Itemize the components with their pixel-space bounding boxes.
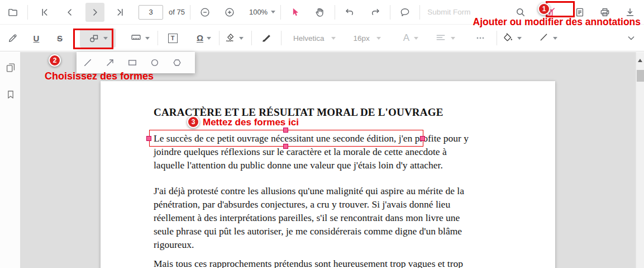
hand-icon (314, 7, 326, 18)
divider (335, 5, 335, 20)
divider (219, 31, 220, 45)
stroke-style-dropdown[interactable] (538, 32, 557, 44)
resize-handle-top[interactable] (283, 128, 288, 133)
ellipsis-icon (475, 32, 486, 44)
shape-ellipse-button[interactable] (144, 54, 166, 72)
signature-tool-button[interactable] (225, 32, 244, 45)
freetext-tool-button[interactable]: T (163, 29, 182, 48)
text-line: rigoureux. (154, 238, 511, 251)
step3-callout-label: Mettez des formes ici (203, 117, 299, 128)
measure-tool-button[interactable] (130, 31, 150, 45)
freehand-tool-button[interactable] (3, 29, 22, 48)
document-page[interactable]: CARACTÈRE ET LE RÉSULTAT MORAL DE L'OUVR… (101, 81, 555, 268)
more-options-button[interactable] (471, 29, 490, 48)
font-color-label: A (403, 32, 409, 44)
resize-handle-bottom[interactable] (283, 144, 288, 149)
divider (74, 31, 75, 45)
shape-polygon-button[interactable] (166, 54, 188, 72)
pencil-icon (7, 32, 18, 44)
page-number-input[interactable] (139, 5, 163, 20)
chevron-down-icon (145, 37, 150, 40)
previous-page-button[interactable] (60, 3, 79, 22)
font-family-dropdown[interactable]: Helvetica (293, 34, 336, 43)
step2-callout-label: Choisissez des formes (45, 70, 154, 82)
brush-icon (261, 32, 272, 44)
first-page-button[interactable] (35, 3, 54, 22)
chevron-down-icon (414, 37, 418, 40)
divider (251, 31, 252, 45)
undo-icon (344, 7, 355, 18)
last-page-icon (115, 7, 126, 18)
zoom-out-button[interactable] (195, 3, 214, 22)
next-page-button[interactable] (85, 3, 104, 22)
bookmarks-panel-button[interactable] (3, 88, 18, 102)
first-page-icon (39, 7, 50, 18)
font-color-dropdown[interactable]: A (403, 32, 418, 44)
resize-handle-left[interactable] (146, 136, 151, 141)
last-page-button[interactable] (111, 3, 130, 22)
chevron-down-icon (207, 37, 211, 40)
resize-handle-right[interactable] (420, 136, 425, 141)
divider (390, 5, 390, 20)
stamp-tool-button[interactable]: Ω (197, 34, 211, 43)
annotation-toolbar: U S T Ω (0, 25, 644, 51)
strikeout-label: S (57, 34, 63, 43)
pdf-viewer-app: of 75 100% (0, 0, 644, 268)
redo-button[interactable] (366, 3, 385, 22)
text-line: J'ai déjà protesté contre les allusions … (154, 184, 511, 198)
zoom-in-button[interactable] (220, 3, 239, 22)
strikeout-tool-button[interactable]: S (50, 29, 69, 48)
chevron-down-icon (626, 32, 637, 44)
text-align-dropdown[interactable] (435, 32, 455, 45)
scrollbar[interactable] (636, 52, 644, 268)
text-line: pénétration, par d'absurdes conjectures,… (154, 198, 511, 211)
divider (419, 5, 420, 20)
signature-icon (225, 32, 236, 45)
shape-rectangle-button[interactable] (121, 54, 144, 72)
shape-polygon-icon (171, 57, 183, 68)
next-page-icon (89, 7, 101, 18)
submit-form-button[interactable]: Submit Form (427, 8, 470, 16)
cursor-icon (290, 7, 301, 18)
chevron-down-icon (451, 37, 455, 40)
divider (280, 5, 281, 20)
shape-line-button[interactable] (77, 54, 99, 72)
underline-tool-button[interactable]: U (27, 29, 46, 48)
divider (27, 5, 28, 20)
select-tool-button[interactable] (286, 3, 305, 22)
line-style-icon (538, 32, 549, 44)
paint-bucket-icon (502, 32, 513, 45)
pan-tool-button[interactable] (311, 3, 330, 22)
divider (281, 31, 282, 45)
chevron-down-icon (376, 37, 381, 40)
undo-button[interactable] (340, 3, 359, 22)
zoom-level-dropdown[interactable]: 100% (249, 8, 275, 16)
folder-icon (7, 7, 18, 18)
highlight-brush-tool-button[interactable] (257, 29, 276, 48)
scrollbar-thumb[interactable] (637, 70, 644, 82)
scroll-up-button[interactable] (638, 59, 642, 62)
collapse-toolbar-button[interactable] (622, 29, 641, 48)
divider (190, 5, 190, 20)
fill-color-dropdown[interactable] (502, 32, 522, 45)
step2-badge: 2 (49, 54, 61, 67)
open-file-button[interactable] (3, 3, 22, 22)
shapes-tool-button[interactable] (80, 29, 116, 48)
thumbnails-panel-button[interactable] (3, 61, 18, 76)
chevron-down-icon (239, 37, 244, 40)
document-viewport[interactable]: CARACTÈRE ET LE RÉSULTAT MORAL DE L'OUVR… (20, 52, 636, 268)
stamp-icon: Ω (197, 34, 203, 43)
pages-icon (4, 62, 17, 76)
step3-badge: 3 (187, 116, 199, 128)
zoom-level-value: 100% (249, 8, 268, 16)
comment-button[interactable] (395, 3, 414, 22)
underline-label: U (34, 34, 40, 43)
chevron-down-icon (271, 11, 275, 13)
step1-callout-label: Ajouter ou modifier des annotations (473, 16, 641, 28)
shape-rectangle-icon (127, 57, 138, 68)
chevron-down-icon (103, 37, 108, 40)
left-sidebar (0, 52, 20, 268)
shape-arrow-button[interactable] (99, 54, 121, 72)
font-size-dropdown[interactable]: 16px (354, 34, 381, 43)
text-line: Mais tous ces rapprochements prétendus s… (154, 257, 511, 268)
